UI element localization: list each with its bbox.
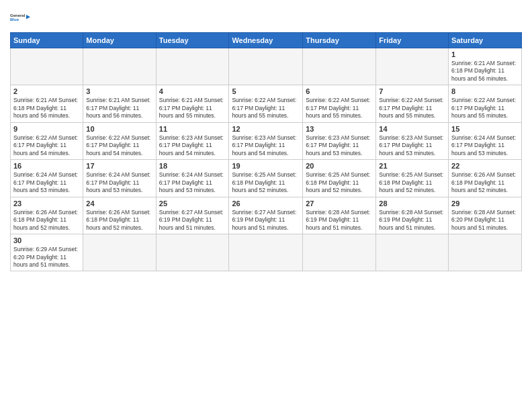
header: GeneralBlue <box>10 7 522 28</box>
day-cell <box>83 234 156 271</box>
week-row-0: 1Sunrise: 6:21 AM Sunset: 6:18 PM Daylig… <box>11 48 522 85</box>
day-number: 21 <box>379 162 445 170</box>
day-info: Sunrise: 6:26 AM Sunset: 6:18 PM Dayligh… <box>451 171 519 194</box>
day-info: Sunrise: 6:23 AM Sunset: 6:17 PM Dayligh… <box>379 134 445 157</box>
day-info: Sunrise: 6:24 AM Sunset: 6:17 PM Dayligh… <box>86 171 152 194</box>
day-number: 13 <box>306 125 373 133</box>
day-cell: 13Sunrise: 6:23 AM Sunset: 6:17 PM Dayli… <box>303 122 376 159</box>
day-number: 4 <box>159 87 226 95</box>
day-info: Sunrise: 6:24 AM Sunset: 6:17 PM Dayligh… <box>13 171 80 194</box>
day-cell <box>303 48 376 85</box>
day-info: Sunrise: 6:21 AM Sunset: 6:18 PM Dayligh… <box>451 60 519 83</box>
day-cell <box>376 48 449 85</box>
day-info: Sunrise: 6:26 AM Sunset: 6:18 PM Dayligh… <box>86 209 152 232</box>
day-cell: 23Sunrise: 6:26 AM Sunset: 6:18 PM Dayli… <box>11 197 83 234</box>
day-cell <box>156 48 229 85</box>
svg-text:Blue: Blue <box>10 17 19 21</box>
day-cell <box>11 48 83 85</box>
day-number: 1 <box>451 50 519 58</box>
day-cell: 29Sunrise: 6:28 AM Sunset: 6:20 PM Dayli… <box>449 197 522 234</box>
day-cell: 2Sunrise: 6:21 AM Sunset: 6:18 PM Daylig… <box>11 85 83 122</box>
day-cell: 20Sunrise: 6:25 AM Sunset: 6:18 PM Dayli… <box>303 160 376 197</box>
day-cell: 28Sunrise: 6:28 AM Sunset: 6:19 PM Dayli… <box>376 197 449 234</box>
day-cell: 24Sunrise: 6:26 AM Sunset: 6:18 PM Dayli… <box>83 197 156 234</box>
day-info: Sunrise: 6:21 AM Sunset: 6:17 PM Dayligh… <box>86 97 152 120</box>
day-number: 2 <box>13 87 80 95</box>
day-cell: 5Sunrise: 6:22 AM Sunset: 6:17 PM Daylig… <box>229 85 303 122</box>
day-cell: 10Sunrise: 6:22 AM Sunset: 6:17 PM Dayli… <box>83 122 156 159</box>
day-number: 3 <box>86 87 152 95</box>
day-info: Sunrise: 6:25 AM Sunset: 6:18 PM Dayligh… <box>306 171 373 194</box>
calendar-header-row: SundayMondayTuesdayWednesdayThursdayFrid… <box>11 33 522 48</box>
day-cell: 17Sunrise: 6:24 AM Sunset: 6:17 PM Dayli… <box>83 160 156 197</box>
day-info: Sunrise: 6:21 AM Sunset: 6:17 PM Dayligh… <box>159 97 226 120</box>
day-number: 15 <box>451 125 519 133</box>
day-info: Sunrise: 6:24 AM Sunset: 6:17 PM Dayligh… <box>451 134 519 157</box>
day-number: 7 <box>379 87 445 95</box>
day-cell: 4Sunrise: 6:21 AM Sunset: 6:17 PM Daylig… <box>156 85 229 122</box>
day-info: Sunrise: 6:23 AM Sunset: 6:17 PM Dayligh… <box>159 134 226 157</box>
day-cell: 14Sunrise: 6:23 AM Sunset: 6:17 PM Dayli… <box>376 122 449 159</box>
day-cell: 21Sunrise: 6:25 AM Sunset: 6:18 PM Dayli… <box>376 160 449 197</box>
day-info: Sunrise: 6:22 AM Sunset: 6:17 PM Dayligh… <box>451 97 519 120</box>
week-row-4: 23Sunrise: 6:26 AM Sunset: 6:18 PM Dayli… <box>11 197 522 234</box>
col-header-monday: Monday <box>83 33 156 48</box>
day-cell: 25Sunrise: 6:27 AM Sunset: 6:19 PM Dayli… <box>156 197 229 234</box>
day-info: Sunrise: 6:23 AM Sunset: 6:17 PM Dayligh… <box>306 134 373 157</box>
day-info: Sunrise: 6:22 AM Sunset: 6:17 PM Dayligh… <box>86 134 152 157</box>
day-number: 8 <box>451 87 519 95</box>
day-number: 9 <box>13 125 80 133</box>
day-info: Sunrise: 6:22 AM Sunset: 6:17 PM Dayligh… <box>306 97 373 120</box>
svg-marker-2 <box>26 15 30 19</box>
day-cell: 8Sunrise: 6:22 AM Sunset: 6:17 PM Daylig… <box>449 85 522 122</box>
page: GeneralBlue SundayMondayTuesdayWednesday… <box>0 0 532 411</box>
day-number: 28 <box>379 199 445 208</box>
day-cell <box>229 234 303 271</box>
day-number: 17 <box>86 162 152 170</box>
day-info: Sunrise: 6:28 AM Sunset: 6:19 PM Dayligh… <box>379 209 445 232</box>
logo: GeneralBlue <box>10 7 32 28</box>
day-number: 23 <box>13 199 80 208</box>
day-number: 16 <box>13 162 80 170</box>
week-row-1: 2Sunrise: 6:21 AM Sunset: 6:18 PM Daylig… <box>11 85 522 122</box>
col-header-saturday: Saturday <box>449 33 522 48</box>
day-cell <box>156 234 229 271</box>
col-header-thursday: Thursday <box>303 33 376 48</box>
col-header-wednesday: Wednesday <box>229 33 303 48</box>
day-cell: 12Sunrise: 6:23 AM Sunset: 6:17 PM Dayli… <box>229 122 303 159</box>
day-cell: 3Sunrise: 6:21 AM Sunset: 6:17 PM Daylig… <box>83 85 156 122</box>
day-cell: 1Sunrise: 6:21 AM Sunset: 6:18 PM Daylig… <box>449 48 522 85</box>
day-cell: 30Sunrise: 6:29 AM Sunset: 6:20 PM Dayli… <box>11 234 83 271</box>
col-header-sunday: Sunday <box>11 33 83 48</box>
day-cell <box>449 234 522 271</box>
calendar: SundayMondayTuesdayWednesdayThursdayFrid… <box>10 32 522 271</box>
day-cell: 11Sunrise: 6:23 AM Sunset: 6:17 PM Dayli… <box>156 122 229 159</box>
day-number: 18 <box>159 162 226 170</box>
day-info: Sunrise: 6:27 AM Sunset: 6:19 PM Dayligh… <box>159 209 226 232</box>
day-cell: 19Sunrise: 6:25 AM Sunset: 6:18 PM Dayli… <box>229 160 303 197</box>
day-cell: 26Sunrise: 6:27 AM Sunset: 6:19 PM Dayli… <box>229 197 303 234</box>
day-cell: 27Sunrise: 6:28 AM Sunset: 6:19 PM Dayli… <box>303 197 376 234</box>
day-info: Sunrise: 6:26 AM Sunset: 6:18 PM Dayligh… <box>13 209 80 232</box>
day-cell <box>229 48 303 85</box>
logo-icon: GeneralBlue <box>10 7 32 28</box>
day-number: 24 <box>86 199 152 208</box>
week-row-2: 9Sunrise: 6:22 AM Sunset: 6:17 PM Daylig… <box>11 122 522 159</box>
week-row-3: 16Sunrise: 6:24 AM Sunset: 6:17 PM Dayli… <box>11 160 522 197</box>
day-number: 5 <box>232 87 300 95</box>
col-header-tuesday: Tuesday <box>156 33 229 48</box>
day-number: 29 <box>451 199 519 208</box>
day-number: 11 <box>159 125 226 133</box>
day-info: Sunrise: 6:28 AM Sunset: 6:20 PM Dayligh… <box>451 209 519 232</box>
day-info: Sunrise: 6:25 AM Sunset: 6:18 PM Dayligh… <box>379 171 445 194</box>
day-cell: 15Sunrise: 6:24 AM Sunset: 6:17 PM Dayli… <box>449 122 522 159</box>
day-number: 26 <box>232 199 300 208</box>
day-cell: 6Sunrise: 6:22 AM Sunset: 6:17 PM Daylig… <box>303 85 376 122</box>
day-info: Sunrise: 6:29 AM Sunset: 6:20 PM Dayligh… <box>13 246 80 269</box>
day-cell: 22Sunrise: 6:26 AM Sunset: 6:18 PM Dayli… <box>449 160 522 197</box>
day-number: 10 <box>86 125 152 133</box>
day-info: Sunrise: 6:22 AM Sunset: 6:17 PM Dayligh… <box>232 97 300 120</box>
day-cell: 9Sunrise: 6:22 AM Sunset: 6:17 PM Daylig… <box>11 122 83 159</box>
day-number: 20 <box>306 162 373 170</box>
day-cell <box>376 234 449 271</box>
